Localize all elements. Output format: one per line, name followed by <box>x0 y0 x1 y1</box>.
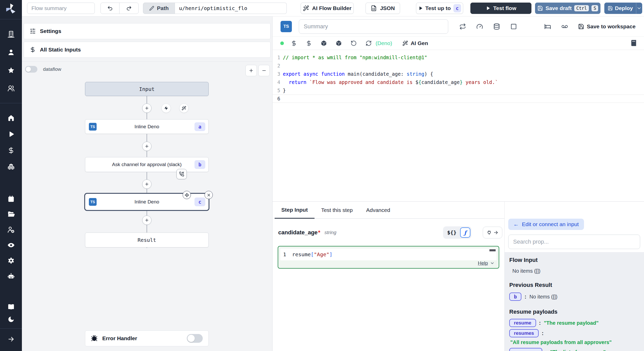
windmill-logo[interactable] <box>4 2 17 15</box>
add-step-button[interactable] <box>142 216 151 225</box>
user-icon[interactable] <box>5 47 17 58</box>
test-up-to-button[interactable]: Test up to c <box>416 3 463 14</box>
plus-icon <box>145 144 149 149</box>
tab-advanced[interactable]: Advanced <box>359 202 397 219</box>
expression-editor-line[interactable]: 1 resume["Age"] <box>280 249 497 260</box>
zoom-out-button[interactable] <box>258 65 270 76</box>
home-icon[interactable] <box>5 112 17 124</box>
runs-icon[interactable] <box>5 129 17 140</box>
search-prop-input[interactable] <box>508 235 640 249</box>
reload-icon[interactable] <box>365 39 372 47</box>
prop-approvers-badge[interactable]: approvers <box>509 348 542 351</box>
add-step-button[interactable] <box>142 104 151 113</box>
add-trigger-button[interactable] <box>162 104 171 113</box>
all-static-inputs-button[interactable]: All Static Inputs <box>24 42 270 58</box>
help-link[interactable]: Help <box>478 260 495 266</box>
flow-node-result[interactable]: Result <box>85 233 209 247</box>
groups-icon[interactable] <box>5 83 17 94</box>
save-to-workspace-button[interactable]: Save to workspace <box>578 21 635 32</box>
javascript-mode-toggle[interactable]: ƒ <box>460 227 470 238</box>
add-resource-icon[interactable] <box>305 39 313 47</box>
code-line-1[interactable]: 1// import * as wmill from "npm:windmill… <box>273 53 644 62</box>
code-line-6[interactable]: 6 <box>273 95 644 103</box>
prop-resumes-badge[interactable]: resumes <box>509 329 539 337</box>
move-node-button[interactable] <box>183 191 191 199</box>
settings-icon[interactable] <box>5 255 17 266</box>
suspend-approval-icon[interactable] <box>526 22 535 31</box>
add-variable-icon[interactable] <box>290 39 298 47</box>
history-icon[interactable] <box>350 39 358 47</box>
tab-test-this-step[interactable]: Test this step <box>315 202 360 219</box>
flow-input-empty: No items ([]) <box>512 268 644 274</box>
arrow-right-icon <box>493 230 498 235</box>
cache-icon[interactable] <box>492 22 501 31</box>
deploy-button[interactable]: Deploy <box>604 3 642 14</box>
input-node-label: Input <box>139 86 155 92</box>
ai-add-step-button[interactable] <box>179 104 189 113</box>
expand-sidebar-icon[interactable] <box>5 333 17 345</box>
wand-sparkles-icon <box>402 40 408 46</box>
json-button[interactable]: JSON <box>366 3 400 14</box>
plug-icon <box>487 230 492 235</box>
code-editor-area[interactable]: 1// import * as wmill from "npm:windmill… <box>273 50 644 201</box>
error-handler-toggle[interactable] <box>187 334 203 343</box>
test-flow-button[interactable]: Test flow <box>470 3 531 14</box>
delete-node-button[interactable] <box>205 191 213 199</box>
flow-node-input[interactable]: Input <box>85 82 209 96</box>
resources-icon[interactable] <box>5 161 17 172</box>
save-icon <box>608 6 613 11</box>
workers-icon[interactable] <box>5 224 17 235</box>
template-mode-toggle[interactable]: ${} <box>444 229 460 236</box>
app-sidebar <box>0 0 22 351</box>
connect-input-button[interactable] <box>483 227 502 238</box>
folders-icon[interactable] <box>5 209 17 220</box>
favorites-icon[interactable] <box>5 65 17 76</box>
save-draft-button[interactable]: Save draft Ctrl S <box>535 3 600 14</box>
runtime-label[interactable]: (Deno) <box>376 40 392 46</box>
sidebar-section-footer <box>0 333 22 345</box>
code-line-5[interactable]: 5} <box>273 86 644 95</box>
expression-editor[interactable]: 1 resume["Age"] Help <box>278 246 499 269</box>
docs-icon[interactable] <box>5 301 17 313</box>
previous-result-badge[interactable]: b <box>509 293 521 301</box>
undo-button[interactable] <box>101 3 120 14</box>
ai-flow-builder-button[interactable]: AI Flow Builder <box>301 3 354 14</box>
library-icon[interactable] <box>630 39 638 47</box>
audit-logs-icon[interactable] <box>5 239 17 251</box>
sleep-icon[interactable] <box>543 22 552 31</box>
code-line-3[interactable]: 3export async function main(candidate_ag… <box>273 70 644 78</box>
dataflow-toggle[interactable] <box>25 66 37 73</box>
add-step-button[interactable] <box>142 142 151 151</box>
concurrency-icon[interactable] <box>560 22 569 31</box>
zoom-in-button[interactable] <box>245 65 257 76</box>
path-button[interactable]: Path <box>143 3 175 14</box>
early-stop-icon[interactable] <box>475 22 484 31</box>
suspend-approval-indicator[interactable] <box>176 169 187 179</box>
path-input[interactable] <box>175 3 287 14</box>
dark-mode-icon[interactable] <box>5 314 17 325</box>
deploy-menu-button[interactable] <box>636 3 642 14</box>
schedules-icon[interactable] <box>5 193 17 204</box>
flow-summary-input[interactable] <box>27 3 95 14</box>
flow-node-a[interactable]: TS Inline Deno a <box>85 119 209 134</box>
flow-settings-button[interactable]: Settings <box>24 23 270 39</box>
ai-gen-button[interactable]: AI Gen <box>402 40 428 46</box>
variables-icon[interactable] <box>5 145 17 156</box>
code-line-4[interactable]: 4 return `Flow was approved and candidat… <box>273 78 644 86</box>
error-handler-card[interactable]: Error Handler <box>85 330 209 346</box>
step-summary-input[interactable] <box>299 19 448 34</box>
deploy-label: Deploy <box>615 5 633 11</box>
mock-icon[interactable] <box>509 22 518 31</box>
tab-step-input[interactable]: Step Input <box>275 202 315 219</box>
code-line-2[interactable]: 2 <box>273 62 644 70</box>
flow-node-b[interactable]: Ask channel for approval (slack) b <box>85 157 209 172</box>
retries-icon[interactable] <box>458 22 467 31</box>
redo-button[interactable] <box>120 3 138 14</box>
explore-packages-icon[interactable] <box>320 39 328 47</box>
ai-assistant-icon[interactable] <box>5 270 17 282</box>
dependencies-icon[interactable] <box>335 39 343 47</box>
edit-or-connect-button[interactable]: ← Edit or connect an input <box>508 219 584 230</box>
workspace-icon[interactable] <box>5 29 17 40</box>
prop-resume-badge[interactable]: resume <box>509 319 536 327</box>
add-step-button[interactable] <box>142 179 151 189</box>
